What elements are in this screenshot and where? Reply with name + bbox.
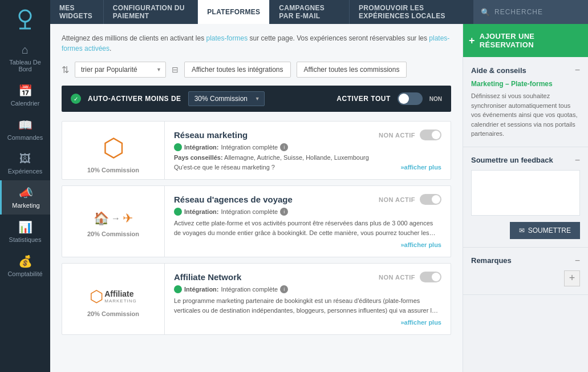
- platform-name: Affiliate Network: [174, 272, 241, 282]
- status-label: NON ACTIF: [379, 196, 415, 203]
- aide-link[interactable]: Marketing – Plate-formes: [471, 80, 580, 88]
- info-icon[interactable]: i: [280, 143, 288, 151]
- aide-section: Aide & conseils − Marketing – Plate-form…: [463, 57, 588, 147]
- top-nav: MES WIDGETS CONFIGURATION DU PAIEMENT PL…: [50, 0, 588, 24]
- plates-formes-link[interactable]: plates-formes: [206, 34, 248, 42]
- main-wrapper: MES WIDGETS CONFIGURATION DU PAIEMENT PL…: [50, 0, 588, 372]
- commission-badge: 20% Commission: [87, 310, 139, 317]
- filter-icon[interactable]: ⊟: [172, 65, 179, 74]
- more-link-row: »afficher plus: [174, 318, 441, 326]
- platform-info-affiliate: Affiliate Network NON ACTIF Intégration:…: [165, 264, 451, 334]
- sidebar-item-label: Comptabilité: [7, 270, 42, 277]
- info-icon[interactable]: i: [280, 285, 288, 293]
- platform-logo-reseau-agences: 🏠 → ✈ 20% Commission: [62, 186, 165, 257]
- nav-promouvoir[interactable]: PROMOUVOIR LES EXPÉRIENCES LOCALES: [350, 0, 474, 24]
- platform-question: Qu'est-ce que le réseau marketing ?: [174, 164, 275, 171]
- info-icon[interactable]: i: [280, 208, 288, 216]
- svg-point-0: [19, 10, 31, 22]
- travel-icon-group: 🏠 → ✈: [94, 211, 133, 226]
- main-panel: Atteignez des millions de clients en act…: [50, 24, 463, 372]
- status-label: NON ACTIF: [379, 274, 415, 281]
- add-reservation-button[interactable]: + AJOUTER UNE RÉSERVATION: [463, 24, 588, 57]
- sidebar-item-calendrier[interactable]: 📅 Calendrier: [0, 78, 50, 112]
- sidebar-item-label: Tableau De Bord: [3, 59, 47, 72]
- countries-line: Pays conseillés: Allemagne, Autriche, Su…: [174, 154, 441, 161]
- more-link[interactable]: »afficher plus: [400, 241, 441, 248]
- toggle-label: NON: [429, 96, 442, 102]
- remarks-collapse-icon[interactable]: −: [575, 256, 580, 266]
- aide-title: Aide & conseils: [471, 66, 526, 75]
- filter-bar: ⇅ trier par Popularité ⊟ Afficher toutes…: [62, 62, 451, 78]
- filter-commissions-btn[interactable]: Afficher toutes les commissions: [297, 62, 407, 78]
- remarks-section: Remarques − +: [463, 248, 588, 295]
- platform-info-reseau-agences: Réseau d'agences de voyage NON ACTIF Int…: [165, 186, 451, 257]
- filter-integrations-btn[interactable]: Afficher toutes les intégrations: [184, 62, 291, 78]
- integration-label: Intégration:: [184, 144, 219, 151]
- platform-card-reseau-marketing: ⬡ 10% Commission Réseau marketing NON AC…: [62, 121, 451, 180]
- feedback-collapse-icon[interactable]: −: [575, 155, 580, 165]
- sort-icon[interactable]: ⇅: [62, 64, 69, 75]
- search-box[interactable]: 🔍: [474, 0, 588, 24]
- platform-toggle[interactable]: [420, 194, 441, 205]
- affiliate-logo: ⬡ Affiliate MARKETING: [90, 287, 137, 306]
- search-input[interactable]: [494, 8, 581, 16]
- comptabilite-icon: 💰: [18, 254, 33, 268]
- sidebar-item-tableau-de-bord[interactable]: ⌂ Tableau De Bord: [0, 38, 50, 78]
- nav-campagnes-email[interactable]: CAMPAGNES PAR E-MAIL: [270, 0, 350, 24]
- platform-toggle[interactable]: [420, 272, 441, 282]
- aide-collapse-icon[interactable]: −: [575, 65, 580, 75]
- nav-plateformes[interactable]: PLATEFORMES: [198, 0, 270, 24]
- sidebar-item-label: Commandes: [7, 134, 43, 141]
- nav-mes-widgets[interactable]: MES WIDGETS: [50, 0, 104, 24]
- activate-all-toggle[interactable]: [398, 92, 423, 105]
- platform-card-reseau-agences: 🏠 → ✈ 20% Commission Réseau d'agences de…: [62, 185, 451, 257]
- sidebar-item-experiences[interactable]: 🖼 Expériences: [0, 147, 50, 180]
- submit-button[interactable]: ✉ SOUMETTRE: [510, 222, 580, 239]
- integration-line: Intégration: Intégration complète i: [174, 208, 441, 216]
- email-icon: ✉: [519, 227, 525, 234]
- sort-select-wrapper: trier par Popularité: [75, 62, 166, 78]
- commandes-icon: 📖: [18, 118, 33, 132]
- platform-description: Activez cette plate-forme et vos activit…: [174, 219, 441, 237]
- platform-name: Réseau marketing: [174, 130, 248, 140]
- platform-text-row: Qu'est-ce que le réseau marketing ? »aff…: [174, 164, 441, 171]
- right-sidebar: + AJOUTER UNE RÉSERVATION Aide & conseil…: [463, 24, 588, 372]
- commission-select[interactable]: 10% Commission 20% Commission 30% Commis…: [188, 91, 265, 106]
- sidebar-item-marketing[interactable]: 📣 Marketing: [0, 180, 50, 215]
- sort-select[interactable]: trier par Popularité: [75, 62, 166, 78]
- platform-header: Réseau d'agences de voyage NON ACTIF: [174, 194, 441, 205]
- sidebar-item-label: Marketing: [12, 202, 39, 209]
- affiliate-title: Affiliate: [104, 289, 137, 298]
- platform-header: Réseau marketing NON ACTIF: [174, 130, 441, 140]
- platform-logo-affiliate: ⬡ Affiliate MARKETING 20% Commission: [62, 264, 165, 334]
- platform-toggle[interactable]: [420, 130, 441, 140]
- sidebar: ⌂ Tableau De Bord 📅 Calendrier 📖 Command…: [0, 0, 50, 372]
- calendrier-icon: 📅: [18, 84, 33, 98]
- plates-formes-link2[interactable]: plates-formes activées: [62, 34, 449, 52]
- sidebar-item-commandes[interactable]: 📖 Commandes: [0, 112, 50, 147]
- green-dot-icon: [174, 208, 182, 216]
- countries-label: Pays conseillés:: [174, 154, 223, 161]
- integration-value: Intégration complète: [221, 144, 278, 151]
- more-link[interactable]: »afficher plus: [400, 164, 441, 171]
- platform-card-affiliate: ⬡ Affiliate MARKETING 20% Commission Aff…: [62, 263, 451, 335]
- feedback-textarea[interactable]: [471, 170, 580, 216]
- platform-text-row: Le programme marketing partenaire de boo…: [174, 296, 441, 315]
- auto-activate-label: AUTO-ACTIVER MOINS DE: [88, 95, 181, 103]
- integration-label: Intégration:: [184, 286, 219, 293]
- auto-activate-icon: ✓: [71, 94, 81, 104]
- more-link[interactable]: »afficher plus: [400, 319, 441, 326]
- commission-badge: 20% Commission: [87, 231, 139, 237]
- sidebar-item-statistiques[interactable]: 📊 Statistiques: [0, 215, 50, 249]
- auto-activate-bar: ✓ AUTO-ACTIVER MOINS DE 10% Commission 2…: [62, 86, 451, 112]
- marketing-icon: 📣: [19, 186, 33, 200]
- sidebar-item-comptabilite[interactable]: 💰 Comptabilité: [0, 249, 50, 283]
- nav-configuration-paiement[interactable]: CONFIGURATION DU PAIEMENT: [104, 0, 198, 24]
- description-text: Atteignez des millions de clients en act…: [62, 33, 451, 54]
- integration-value: Intégration complète: [221, 208, 278, 215]
- remarks-title: Remarques: [471, 256, 512, 265]
- remarks-add-button[interactable]: +: [564, 270, 580, 286]
- submit-label: SOUMETTRE: [528, 227, 571, 234]
- platform-description: Le programme marketing partenaire de boo…: [174, 296, 441, 315]
- feedback-section: Soumettre un feedback − ✉ SOUMETTRE: [463, 147, 588, 248]
